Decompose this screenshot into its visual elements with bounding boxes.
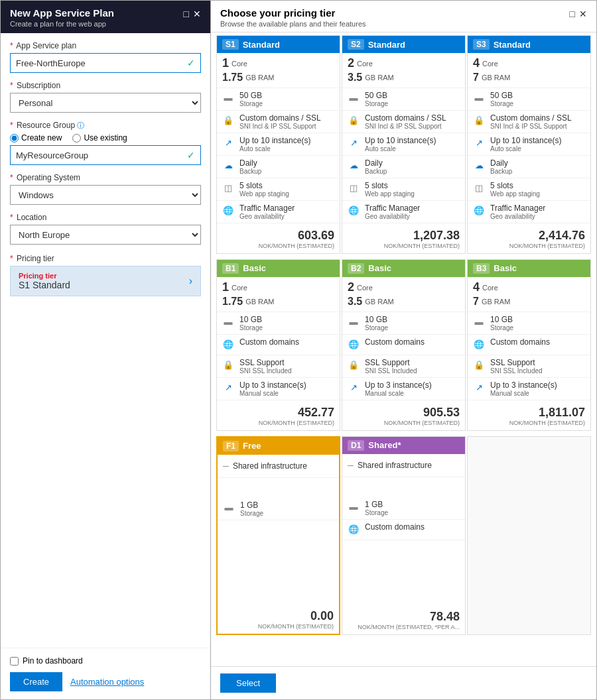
scale-icon-b1: ↗	[221, 380, 235, 395]
right-panel-subtitle: Browse the available plans and their fea…	[220, 20, 366, 28]
s3-price-label: NOK/MONTH (ESTIMATED)	[473, 243, 585, 249]
s2-backup-text: Daily Backup	[365, 158, 387, 175]
pricing-tier-label: * Pricing tier	[10, 254, 201, 263]
use-existing-radio-label[interactable]: Use existing	[72, 133, 127, 143]
b3-basic-card[interactable]: B3 Basic 4 Core 7 GB RAM ▬ 10	[467, 259, 591, 431]
os-label: * Operating System	[10, 173, 201, 182]
ssl-icon-b1: 🔒	[221, 358, 235, 373]
s3-ram-label: GB RAM	[482, 74, 510, 82]
s3-scale-main: Up to 10 instance(s)	[490, 136, 561, 145]
s1-scale-main: Up to 10 instance(s)	[239, 136, 310, 145]
b3-storage-sub: Storage	[490, 324, 513, 331]
s1-badge: S1	[222, 39, 239, 50]
b3-scale-text: Up to 3 instance(s) Manual scale	[490, 380, 557, 397]
b3-ram: 7	[473, 296, 479, 308]
b2-ram-line: 3.5 GB RAM	[348, 296, 460, 308]
s1-core-label: Core	[232, 60, 247, 68]
b3-core-line: 4 Core	[473, 281, 585, 294]
s1-header: S1 Standard	[217, 36, 340, 53]
create-new-radio-label[interactable]: Create new	[10, 133, 62, 143]
pricing-tier-box[interactable]: Pricing tier S1 Standard ›	[10, 266, 201, 296]
s3-core-label: Core	[482, 60, 498, 68]
ssl-icon-3: 🔒	[472, 113, 486, 128]
s1-standard-card[interactable]: S1 Standard 1 Core 1.75 GB RAM ▬	[216, 35, 340, 254]
dash-icon-f1: –	[223, 460, 229, 472]
storage-icon-d1: ▬	[346, 500, 361, 514]
d1-price-label: NOK/MONTH (ESTIMATED, *PER A...	[348, 624, 460, 630]
left-panel-header: New App Service Plan Create a plan for t…	[1, 1, 210, 33]
s1-backup-main: Daily	[239, 158, 261, 168]
ssl-icon: 🔒	[221, 113, 235, 128]
right-panel-body[interactable]: S1 Standard 1 Core 1.75 GB RAM ▬	[211, 32, 596, 666]
b3-ssl-text: SSL Support SNI SSL Included	[490, 358, 543, 375]
s2-standard-card[interactable]: S2 Standard 2 Core 3.5 GB RAM ▬	[342, 35, 466, 254]
s1-storage-main: 50 GB	[239, 91, 263, 100]
s1-price: 603.69	[222, 229, 334, 243]
traffic-icon-3: 🌐	[472, 204, 486, 218]
b2-domain-feature: 🌐 Custom domains	[342, 335, 465, 355]
f1-free-card[interactable]: F1 Free – Shared infrastructure ▬ 1 GB S…	[216, 436, 340, 635]
b1-storage-sub: Storage	[239, 324, 263, 331]
s3-core-line: 4 Core	[473, 57, 585, 70]
pin-dashboard-checkbox[interactable]	[10, 657, 19, 666]
create-button[interactable]: Create	[10, 672, 62, 691]
s2-ssl-sub: SNI Incl & IP SSL Support	[365, 123, 446, 130]
f1-infra-text: Shared infrastructure	[233, 461, 307, 471]
create-new-radio[interactable]	[10, 134, 19, 143]
os-select[interactable]: Windows	[10, 185, 201, 205]
info-icon[interactable]: ⓘ	[77, 121, 84, 129]
b1-ssl-sub: SNI SSL Included	[239, 367, 292, 375]
b1-core-ram: 1 Core 1.75 GB RAM	[217, 277, 340, 312]
left-header-controls: □ ✕	[184, 9, 201, 19]
s1-name: Standard	[243, 40, 280, 50]
s3-standard-card[interactable]: S3 Standard 4 Core 7 GB RAM ▬	[467, 35, 591, 254]
b2-storage-sub: Storage	[365, 324, 388, 331]
basic-tier-grid: B1 Basic 1 Core 1.75 GB RAM ▬	[214, 257, 594, 434]
backup-icon: ☁	[221, 158, 235, 173]
b2-basic-card[interactable]: B2 Basic 2 Core 3.5 GB RAM ▬	[342, 259, 466, 431]
s1-traffic-sub: Geo availability	[239, 213, 295, 220]
s2-storage-sub: Storage	[365, 100, 388, 107]
automation-options-button[interactable]: Automation options	[70, 677, 144, 687]
right-panel-header: Choose your pricing tier Browse the avai…	[211, 1, 596, 32]
b2-core-line: 2 Core	[348, 281, 460, 294]
b3-storage-text: 10 GB Storage	[490, 315, 513, 331]
pricing-tier-info: Pricing tier S1 Standard	[19, 272, 70, 290]
s3-ssl-sub: SNI Incl & IP SSL Support	[490, 123, 572, 130]
staging-icon-2: ◫	[346, 181, 361, 196]
s3-backup-main: Daily	[490, 158, 512, 168]
resource-group-label: * Resource Group ⓘ	[10, 121, 201, 131]
s2-core-ram: 2 Core 3.5 GB RAM	[342, 53, 465, 88]
right-minimize-button[interactable]: □	[570, 9, 575, 19]
b1-ram-line: 1.75 GB RAM	[222, 296, 334, 308]
b3-core-label: Core	[482, 284, 498, 292]
s2-ssl-main: Custom domains / SSL	[365, 113, 446, 123]
b2-badge: B2	[348, 263, 364, 274]
traffic-icon-2: 🌐	[346, 204, 361, 218]
s3-storage-feature: ▬ 50 GB Storage	[468, 88, 590, 111]
resource-group-input[interactable]: MyResourceGroup ✓	[10, 145, 201, 165]
use-existing-radio[interactable]	[72, 134, 81, 143]
d1-shared-card[interactable]: D1 Shared* – Shared infrastructure ▬ 1 G…	[342, 436, 466, 635]
scale-icon-3: ↗	[472, 136, 486, 150]
ssl-icon-b3: 🔒	[472, 358, 486, 373]
b1-basic-card[interactable]: B1 Basic 1 Core 1.75 GB RAM ▬	[216, 259, 340, 431]
s3-staging-feature: ◫ 5 slots Web app staging	[468, 178, 590, 201]
app-service-plan-input[interactable]: Free-NorthEurope ✓	[10, 53, 201, 73]
right-panel-footer: Select	[211, 666, 596, 699]
b3-header: B3 Basic	[468, 260, 590, 277]
select-button[interactable]: Select	[220, 673, 276, 693]
subscription-select[interactable]: Personal	[10, 93, 201, 113]
s2-ssl-text: Custom domains / SSL SNI Incl & IP SSL S…	[365, 113, 446, 130]
location-select[interactable]: North Europe	[10, 225, 201, 245]
b2-ssl-main: SSL Support	[365, 358, 417, 367]
right-close-button[interactable]: ✕	[579, 9, 587, 19]
d1-storage-sub: Storage	[365, 509, 388, 516]
s3-scale-sub: Auto scale	[490, 145, 561, 152]
s1-price-area: 603.69 NOK/MONTH (ESTIMATED)	[217, 223, 340, 253]
left-close-button[interactable]: ✕	[193, 9, 201, 19]
s2-storage-feature: ▬ 50 GB Storage	[342, 88, 465, 111]
f1-storage-main: 1 GB	[240, 500, 263, 510]
s3-traffic-sub: Geo availability	[490, 213, 545, 220]
left-minimize-button[interactable]: □	[184, 9, 189, 19]
